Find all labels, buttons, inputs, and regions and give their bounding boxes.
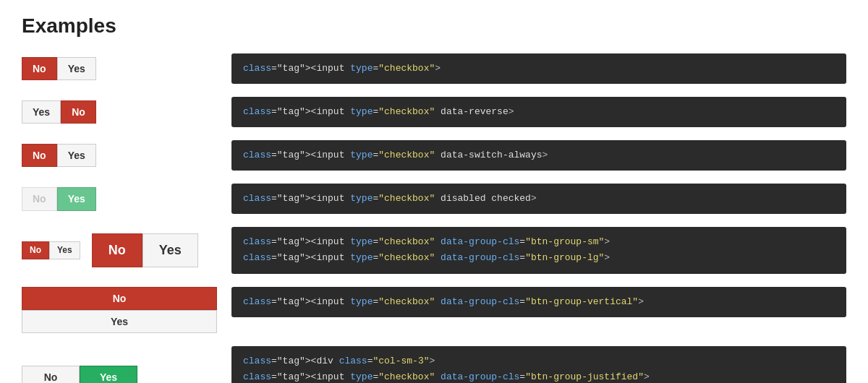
example-row-ex1: NoYesclass="tag"><input type="checkbox">	[22, 53, 846, 84]
btn-yes[interactable]: Yes	[57, 144, 96, 167]
btn-group: NoYes	[22, 366, 217, 383]
btn-yes[interactable]: Yes	[49, 241, 80, 259]
btn-yes[interactable]: Yes	[22, 310, 217, 333]
btn-no[interactable]: No	[22, 187, 57, 210]
btn-yes[interactable]: Yes	[57, 57, 96, 80]
code-block: class="tag"><input type="checkbox">	[231, 53, 846, 84]
page-title: Examples	[22, 14, 846, 38]
code-block: class="tag"><input type="checkbox" data-…	[231, 227, 846, 273]
example-row-ex5: NoYesNoYesclass="tag"><input type="check…	[22, 227, 846, 273]
btn-group: NoYes	[22, 241, 80, 259]
btn-group: YesNo	[22, 100, 217, 124]
btn-no[interactable]: No	[92, 233, 142, 267]
code-block: class="tag"><input type="checkbox" data-…	[231, 97, 846, 127]
example-row-ex7: NoYesclass="tag"><div class="col-sm-3"> …	[22, 346, 846, 383]
btn-yes[interactable]: Yes	[80, 366, 137, 383]
code-block: class="tag"><input type="checkbox" data-…	[231, 140, 846, 171]
code-block: class="tag"><div class="col-sm-3"> class…	[231, 346, 846, 383]
btn-yes[interactable]: Yes	[57, 187, 96, 210]
btn-yes[interactable]: Yes	[22, 100, 61, 124]
example-row-ex4: NoYesclass="tag"><input type="checkbox" …	[22, 184, 846, 214]
code-block: class="tag"><input type="checkbox" data-…	[231, 287, 846, 317]
btn-yes[interactable]: Yes	[142, 233, 198, 267]
code-block: class="tag"><input type="checkbox" disab…	[231, 184, 846, 214]
btn-group: NoYes	[22, 144, 217, 167]
controls-col: YesNo	[22, 100, 217, 124]
controls-col: NoYes	[22, 287, 217, 334]
btn-group-vertical: NoYes	[22, 287, 217, 334]
btn-no[interactable]: No	[22, 287, 217, 310]
example-row-ex2: YesNoclass="tag"><input type="checkbox" …	[22, 97, 846, 127]
controls-col: NoYesNoYes	[22, 233, 217, 267]
btn-no[interactable]: No	[22, 241, 49, 259]
btn-group: NoYes	[22, 57, 217, 80]
btn-no[interactable]: No	[22, 144, 57, 167]
controls-col: NoYes	[22, 187, 217, 210]
btn-no[interactable]: No	[22, 57, 57, 80]
example-row-ex6: NoYesclass="tag"><input type="checkbox" …	[22, 287, 846, 334]
controls-col: NoYes	[22, 57, 217, 80]
btn-group: NoYes	[92, 233, 198, 267]
btn-group: NoYes	[22, 187, 217, 210]
btn-no[interactable]: No	[61, 100, 96, 124]
controls-col: NoYes	[22, 144, 217, 167]
controls-col: NoYes	[22, 366, 217, 383]
btn-no[interactable]: No	[22, 366, 80, 383]
example-row-ex3: NoYesclass="tag"><input type="checkbox" …	[22, 140, 846, 171]
